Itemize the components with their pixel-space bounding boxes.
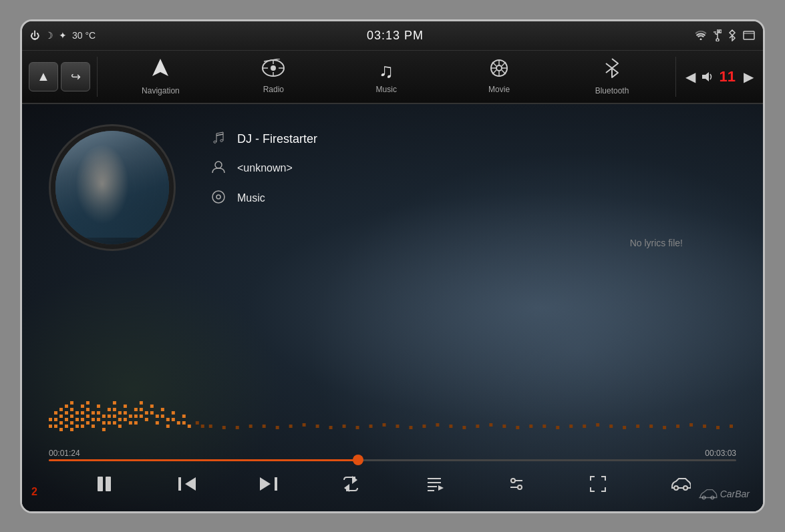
fullscreen-button[interactable]: [585, 471, 611, 497]
svg-rect-129: [489, 423, 492, 427]
svg-rect-147: [730, 425, 733, 428]
svg-rect-46: [70, 415, 73, 418]
svg-rect-59: [86, 421, 90, 425]
power-icon[interactable]: ⏻: [30, 30, 39, 41]
nav-item-bluetooth[interactable]: Bluetooth: [585, 57, 639, 95]
navigation-icon: [150, 57, 171, 83]
svg-rect-120: [369, 425, 373, 428]
nav-item-music[interactable]: ♫ Music: [359, 59, 413, 94]
play-pause-button[interactable]: [90, 470, 118, 498]
svg-rect-69: [108, 408, 111, 411]
volume-icon: [701, 70, 714, 83]
svg-rect-153: [275, 477, 277, 491]
svg-rect-102: [177, 421, 180, 425]
svg-rect-75: [113, 421, 116, 425]
svg-rect-42: [65, 418, 68, 421]
moon-icon[interactable]: ☽: [45, 30, 53, 41]
time-total: 00:03:03: [705, 449, 736, 458]
song-title-row: DJ - Firestarter: [209, 131, 317, 148]
svg-rect-109: [222, 426, 226, 429]
album-icon: [209, 190, 228, 208]
svg-point-166: [683, 486, 687, 490]
next-button[interactable]: [256, 472, 281, 496]
svg-rect-117: [329, 426, 333, 429]
back-button[interactable]: ↩: [61, 62, 90, 91]
svg-rect-54: [81, 418, 84, 421]
radio-icon: [261, 59, 285, 82]
home-button[interactable]: ▲: [29, 62, 58, 91]
svg-point-28: [215, 162, 222, 168]
playlist-icon: [425, 476, 444, 492]
brightness-icon[interactable]: ✦: [59, 30, 67, 41]
svg-rect-72: [113, 401, 116, 405]
svg-marker-26: [702, 72, 709, 81]
eq-settings-button[interactable]: [504, 471, 529, 497]
svg-rect-67: [102, 421, 106, 425]
main-screen: ⏻ ☽ ✦ 30 °C 03:13 PM: [20, 19, 765, 513]
svg-rect-47: [70, 421, 73, 425]
svg-rect-68: [102, 428, 106, 431]
progress-bar-fill: [49, 459, 358, 461]
navigation-label: Navigation: [142, 86, 180, 95]
svg-rect-145: [703, 425, 706, 428]
svg-rect-76: [118, 411, 122, 415]
movie-label: Movie: [488, 85, 510, 94]
svg-line-23: [502, 70, 506, 74]
fullscreen-icon: [589, 475, 607, 493]
svg-rect-41: [65, 411, 68, 415]
svg-rect-122: [396, 425, 399, 428]
svg-rect-33: [54, 411, 57, 415]
repeat-button[interactable]: [337, 472, 364, 496]
artist-row: <unknown>: [209, 160, 317, 178]
nav-item-movie[interactable]: Movie: [472, 59, 526, 94]
svg-point-29: [212, 191, 224, 203]
spectrum-button[interactable]: [667, 472, 695, 496]
svg-rect-56: [86, 401, 90, 405]
svg-rect-66: [102, 415, 106, 418]
song-title: DJ - Firestarter: [237, 132, 317, 146]
nav-items: Navigation Radio: [98, 57, 675, 95]
svg-rect-73: [113, 408, 116, 411]
svg-point-30: [216, 195, 220, 199]
svg-rect-110: [236, 426, 239, 429]
svg-rect-34: [54, 418, 57, 421]
svg-rect-40: [65, 405, 68, 408]
svg-rect-48: [70, 428, 73, 431]
svg-rect-99: [166, 425, 170, 428]
svg-line-24: [502, 62, 506, 66]
svg-rect-62: [92, 425, 95, 428]
volume-prev-button[interactable]: ◀: [683, 66, 698, 87]
radio-label: Radio: [263, 85, 284, 94]
svg-rect-82: [129, 415, 132, 418]
volume-controls: ◀ 11 ▶: [676, 66, 763, 87]
music-label: Music: [376, 85, 397, 94]
prev-button[interactable]: [174, 472, 200, 496]
album-name: Music: [237, 192, 265, 204]
nav-item-radio[interactable]: Radio: [247, 59, 300, 94]
temperature-display: 30 °C: [72, 30, 96, 41]
artist-name: <unknown>: [237, 162, 293, 174]
prev-icon: [178, 476, 196, 492]
svg-rect-70: [108, 415, 111, 418]
nav-item-navigation[interactable]: Navigation: [134, 57, 187, 95]
svg-rect-39: [59, 428, 63, 431]
svg-point-5: [716, 39, 719, 41]
progress-bar[interactable]: [49, 459, 736, 461]
playlist-button[interactable]: [421, 472, 448, 496]
album-art: [49, 124, 176, 251]
svg-rect-60: [92, 411, 95, 415]
svg-line-27: [216, 134, 223, 136]
progress-thumb[interactable]: [353, 455, 363, 465]
svg-point-17: [496, 65, 502, 71]
song-info: DJ - Firestarter <unknown>: [209, 131, 317, 220]
svg-rect-128: [476, 425, 479, 428]
volume-next-button[interactable]: ▶: [741, 66, 756, 87]
svg-rect-96: [161, 408, 164, 411]
svg-rect-138: [609, 425, 613, 428]
progress-section[interactable]: 00:01:24 00:03:03: [49, 442, 736, 461]
svg-rect-132: [529, 425, 532, 428]
svg-rect-32: [49, 425, 52, 428]
wifi-icon: [695, 31, 707, 40]
svg-rect-107: [201, 425, 204, 428]
svg-rect-74: [113, 415, 116, 418]
